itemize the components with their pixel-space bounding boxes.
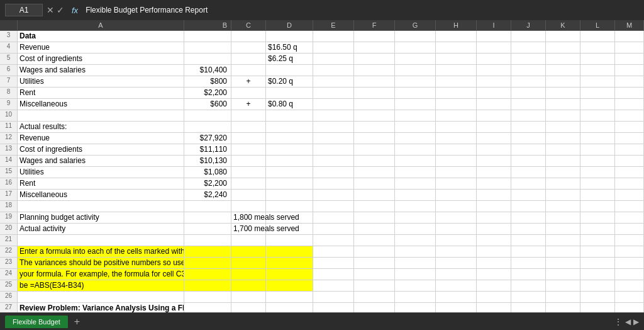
cell-f-10[interactable] (354, 110, 395, 121)
cell-i-21[interactable] (477, 235, 511, 246)
cell-g-27[interactable] (395, 303, 436, 312)
cell-c-25[interactable] (231, 280, 266, 291)
cell-h-22[interactable] (436, 246, 477, 257)
cell-b-5[interactable] (184, 54, 231, 64)
cell-g-5[interactable] (395, 54, 436, 64)
cell-g-8[interactable] (395, 88, 436, 98)
cell-h-8[interactable] (436, 88, 477, 98)
cell-a-18[interactable] (18, 201, 184, 212)
cell-k-3[interactable] (546, 31, 580, 42)
cell-k-22[interactable] (546, 246, 580, 257)
cell-k-15[interactable] (546, 167, 580, 178)
cell-i-4[interactable] (477, 42, 511, 53)
cell-j-8[interactable] (511, 88, 546, 98)
cell-d-3[interactable] (266, 31, 313, 42)
cell-i-10[interactable] (477, 110, 511, 121)
cell-b-3[interactable] (184, 31, 231, 42)
scroll-right-icon[interactable]: ▶ (633, 317, 639, 326)
cell-g-23[interactable] (395, 258, 436, 268)
cell-j-5[interactable] (511, 54, 546, 64)
cell-h-19[interactable] (436, 212, 477, 223)
cell-c-26[interactable] (231, 292, 266, 302)
cell-k-27[interactable] (546, 303, 580, 312)
cell-d-26[interactable] (266, 292, 313, 302)
cell-g-20[interactable] (395, 224, 436, 234)
cell-a-8[interactable]: Rent (18, 88, 184, 98)
cell-g-7[interactable] (395, 76, 436, 87)
cell-h-5[interactable] (436, 54, 477, 64)
cell-k-25[interactable] (546, 280, 580, 291)
cell-b-23[interactable] (184, 258, 231, 268)
cell-b-11[interactable] (184, 122, 231, 132)
cell-f-26[interactable] (354, 292, 395, 302)
cell-i-24[interactable] (477, 269, 511, 280)
cell-m-26[interactable] (615, 292, 644, 302)
cell-m-6[interactable] (615, 65, 644, 76)
cell-c-20[interactable]: 1,700 meals served (231, 224, 266, 234)
cell-l-15[interactable] (580, 167, 615, 178)
cell-i-25[interactable] (477, 280, 511, 291)
cell-e-27[interactable] (313, 303, 354, 312)
cell-d-5[interactable]: $6.25 q (266, 54, 313, 64)
cell-g-25[interactable] (395, 280, 436, 291)
cell-k-24[interactable] (546, 269, 580, 280)
table-row[interactable]: 9Miscellaneous$600+$0.80 q (0, 99, 644, 110)
cell-j-24[interactable] (511, 269, 546, 280)
cell-l-27[interactable] (580, 303, 615, 312)
cell-b-12[interactable]: $27,920 (184, 133, 231, 144)
cell-i-9[interactable] (477, 99, 511, 110)
cell-l-5[interactable] (580, 54, 615, 64)
cell-d-14[interactable] (266, 156, 313, 166)
cell-c-7[interactable]: + (231, 76, 266, 87)
cell-a-19[interactable]: Planning budget activity (18, 212, 184, 223)
cell-l-23[interactable] (580, 258, 615, 268)
cell-j-11[interactable] (511, 122, 546, 132)
cell-h-9[interactable] (436, 99, 477, 110)
table-row[interactable]: 22Enter a formula into each of the cells… (0, 246, 644, 258)
cell-a-14[interactable]: Wages and salaries (18, 156, 184, 166)
cell-d-22[interactable] (266, 246, 313, 257)
table-row[interactable]: 10 (0, 110, 644, 122)
cell-d-21[interactable] (266, 235, 313, 246)
cell-k-18[interactable] (546, 201, 580, 212)
cell-e-15[interactable] (313, 167, 354, 178)
cell-h-12[interactable] (436, 133, 477, 144)
cell-c-8[interactable] (231, 88, 266, 98)
table-row[interactable]: 11Actual results: (0, 122, 644, 133)
cell-k-19[interactable] (546, 212, 580, 223)
cell-k-10[interactable] (546, 110, 580, 121)
cell-b-20[interactable] (184, 224, 231, 234)
cell-e-19[interactable] (313, 212, 354, 223)
cell-g-12[interactable] (395, 133, 436, 144)
cell-f-13[interactable] (354, 144, 395, 155)
cell-d-6[interactable] (266, 65, 313, 76)
cell-d-9[interactable]: $0.80 q (266, 99, 313, 110)
cell-f-20[interactable] (354, 224, 395, 234)
cell-h-15[interactable] (436, 167, 477, 178)
cell-g-14[interactable] (395, 156, 436, 166)
cell-j-6[interactable] (511, 65, 546, 76)
cell-g-3[interactable] (395, 31, 436, 42)
cell-m-7[interactable] (615, 76, 644, 87)
cell-g-22[interactable] (395, 246, 436, 257)
cell-a-20[interactable]: Actual activity (18, 224, 184, 234)
cell-l-16[interactable] (580, 178, 615, 189)
cell-f-25[interactable] (354, 280, 395, 291)
cell-l-4[interactable] (580, 42, 615, 53)
cell-d-27[interactable] (266, 303, 313, 312)
cell-e-25[interactable] (313, 280, 354, 291)
cell-e-10[interactable] (313, 110, 354, 121)
cell-k-21[interactable] (546, 235, 580, 246)
cell-f-23[interactable] (354, 258, 395, 268)
cell-h-6[interactable] (436, 65, 477, 76)
cell-k-14[interactable] (546, 156, 580, 166)
cell-m-5[interactable] (615, 54, 644, 64)
cell-d-20[interactable] (266, 224, 313, 234)
table-row[interactable]: 18 (0, 201, 644, 212)
cell-e-24[interactable] (313, 269, 354, 280)
cell-e-26[interactable] (313, 292, 354, 302)
cell-b-14[interactable]: $10,130 (184, 156, 231, 166)
table-row[interactable]: 27Review Problem: Variance Analysis Usin… (0, 303, 644, 312)
cell-b-25[interactable] (184, 280, 231, 291)
cell-c-19[interactable]: 1,800 meals served (231, 212, 266, 223)
